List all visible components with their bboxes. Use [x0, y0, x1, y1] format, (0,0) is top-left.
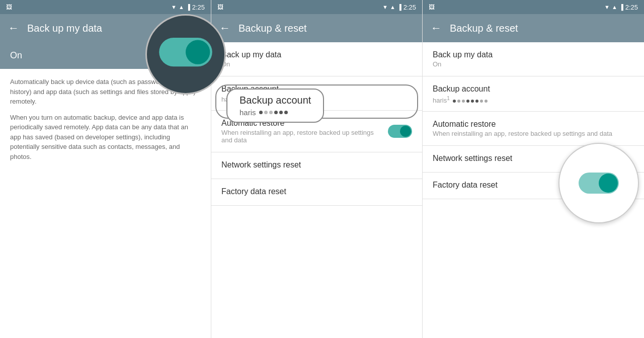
pdot-6 — [284, 111, 288, 114]
toggle-zoom-circle — [145, 14, 226, 95]
image-icon-3: 🖼 — [429, 4, 435, 11]
s3dot-8 — [485, 100, 488, 103]
list-item-auto-restore-3[interactable]: Automatic restore When reinstalling an a… — [423, 112, 644, 146]
status-bar-right-3: ▼ ▲ ▐ 2:25 — [604, 4, 638, 11]
signal-icon-2: ▲ — [390, 4, 395, 10]
toolbar-title-2: Backup & reset — [238, 23, 307, 34]
back-button-1[interactable]: ← — [8, 22, 19, 35]
item-title-account-3: Backup account — [433, 84, 634, 94]
toolbar-title-3: Backup & reset — [450, 23, 518, 34]
screen-2: 🖼 ▼ ▲ ▐ 2:25 ← Backup & reset Back up my… — [211, 0, 423, 338]
factory-reset-title-2: Factory data reset — [221, 187, 412, 196]
list-item-backup-data-2[interactable]: Back up my data On — [211, 42, 422, 76]
toggle-zoom-circle-3 — [558, 143, 639, 223]
popup-title: Backup account — [239, 95, 311, 106]
battery-icon-1: ▐ — [186, 4, 190, 10]
toolbar-3: ← Backup & reset — [423, 14, 644, 42]
toggle-large-container — [579, 173, 619, 194]
item-subtitle-backup-3: On — [433, 60, 634, 68]
signal-icon-1: ▲ — [179, 4, 184, 10]
backup-on-label: On — [10, 50, 22, 61]
auto-restore-subtitle-2: When reinstalling an app, restore backed… — [221, 129, 382, 144]
time-3: 2:25 — [625, 4, 638, 11]
item-title-backup-2: Back up my data — [221, 50, 412, 59]
s3dot-2 — [457, 100, 460, 103]
status-bar-3: 🖼 ▼ ▲ ▐ 2:25 — [423, 0, 644, 14]
status-bar-left-3: 🖼 — [429, 4, 435, 11]
auto-restore-text-3: Automatic restore When reinstalling an a… — [433, 120, 634, 137]
wifi-icon-1: ▼ — [171, 4, 177, 10]
status-bar-1: 🖼 ▼ ▲ ▐ 2:25 — [0, 0, 211, 14]
backup-account-popup: Backup account haris — [226, 89, 324, 123]
battery-icon-3: ▐ — [619, 4, 623, 10]
image-icon-1: 🖼 — [6, 4, 12, 11]
screen-3: 🖼 ▼ ▲ ▐ 2:25 ← Backup & reset Back up my… — [423, 0, 644, 338]
s3dot-1 — [453, 100, 456, 103]
popup-dots — [259, 111, 288, 114]
status-bar-left-1: 🖼 — [6, 4, 12, 11]
toolbar-2: ← Backup & reset — [211, 14, 422, 42]
item-account-name-3: haris1 — [433, 96, 450, 104]
status-bar-right-1: ▼ ▲ ▐ 2:25 — [171, 4, 205, 11]
s3dot-3 — [462, 100, 465, 103]
description-text-2: When you turn on automatic backup, devic… — [10, 113, 201, 162]
s3dot-6 — [475, 100, 478, 103]
item-subtitle-backup-2: On — [221, 60, 412, 68]
list-item-network-reset-2[interactable]: Network settings reset — [211, 152, 422, 179]
status-bar-right-2: ▼ ▲ ▐ 2:25 — [382, 4, 416, 11]
time-1: 2:25 — [192, 4, 205, 11]
status-bar-left-2: 🖼 — [217, 4, 223, 11]
screen3-content: Back up my data On Backup account haris1 — [423, 42, 644, 338]
pdot-2 — [264, 111, 268, 114]
status-bar-2: 🖼 ▼ ▲ ▐ 2:25 — [211, 0, 422, 14]
network-reset-title-2: Network settings reset — [221, 160, 412, 170]
auto-restore-knob-2 — [400, 126, 411, 137]
pdot-3 — [269, 111, 273, 114]
pdot-1 — [259, 111, 263, 114]
time-2: 2:25 — [404, 4, 416, 11]
signal-icon-3: ▲ — [612, 4, 617, 10]
back-button-3[interactable]: ← — [431, 22, 442, 35]
list-item-backup-data-3[interactable]: Back up my data On — [423, 42, 644, 76]
s3dot-5 — [471, 100, 474, 103]
wifi-icon-2: ▼ — [382, 4, 388, 10]
s3dot-7 — [480, 100, 483, 103]
account-dots-3 — [453, 100, 488, 103]
s3dot-4 — [466, 100, 469, 103]
back-button-2[interactable]: ← — [219, 22, 230, 35]
popup-account: haris — [239, 108, 256, 117]
backup-toggle-zoomed[interactable] — [159, 38, 212, 66]
toolbar-title-1: Back up my data — [27, 23, 102, 34]
battery-icon-2: ▐ — [397, 4, 401, 10]
pdot-5 — [279, 111, 283, 114]
pdot-4 — [274, 111, 278, 114]
wifi-icon-3: ▼ — [604, 4, 610, 10]
item-title-backup-3: Back up my data — [433, 50, 634, 59]
image-icon-2: 🖼 — [217, 4, 223, 11]
screen-1: 🖼 ▼ ▲ ▐ 2:25 ← Back up my data On Automa… — [0, 0, 211, 338]
toggle-knob-zoomed — [186, 40, 210, 64]
auto-restore-subtitle-3: When reinstalling an app, restore backed… — [433, 130, 634, 137]
auto-restore-toggle-zoomed-3[interactable] — [579, 173, 619, 194]
auto-restore-title-3: Automatic restore — [433, 120, 634, 129]
list-item-factory-reset-2[interactable]: Factory data reset — [211, 179, 422, 206]
auto-restore-toggle-2[interactable] — [388, 125, 412, 138]
toggle-large-knob-3 — [599, 174, 618, 193]
list-item-backup-account-3[interactable]: Backup account haris1 — [423, 76, 644, 112]
screen2-content: Back up my data On Backup account haris — [211, 42, 422, 338]
